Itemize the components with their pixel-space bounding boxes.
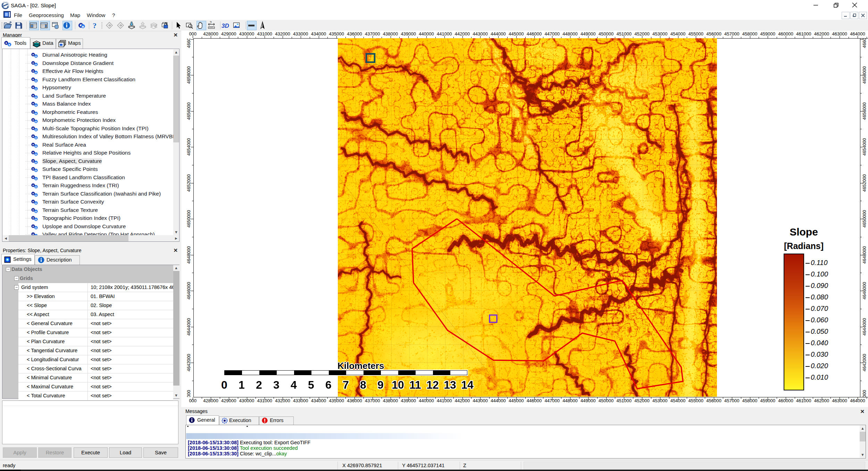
svg-text:?: ? — [210, 21, 212, 25]
svg-text:?: ? — [93, 21, 97, 30]
svg-text:3D: 3D — [222, 23, 229, 29]
